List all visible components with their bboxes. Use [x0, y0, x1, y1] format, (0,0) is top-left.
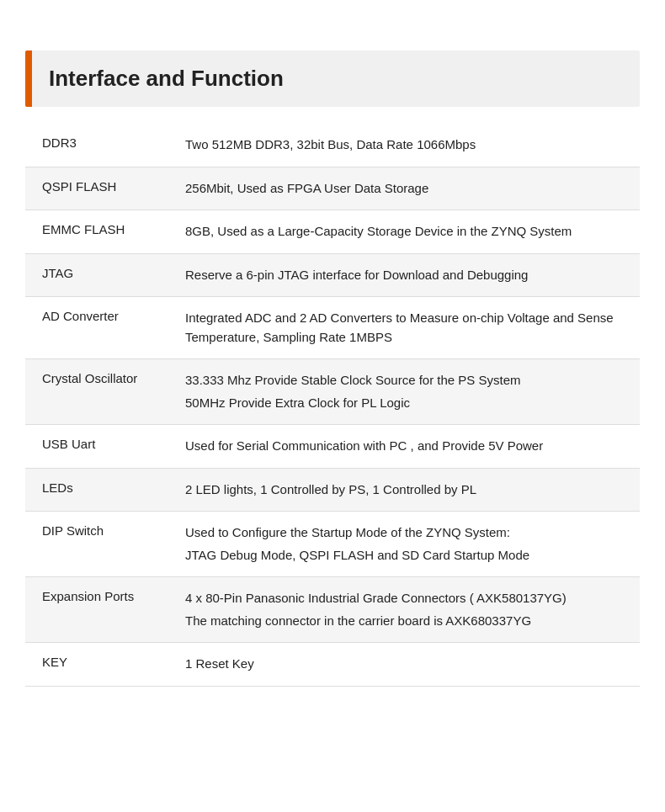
section-header: Interface and Function [25, 50, 640, 107]
row-value: Reserve a 6-pin JTAG interface for Downl… [177, 253, 640, 297]
row-value: 256Mbit, Used as FPGA User Data Storage [177, 167, 640, 210]
row-label: QSPI FLASH [25, 167, 177, 210]
row-value-line: Integrated ADC and 2 AD Converters to Me… [185, 309, 626, 347]
row-value-line: 1 Reset Key [185, 655, 626, 674]
row-label: KEY [25, 643, 177, 687]
row-value-line: 50MHz Provide Extra Clock for PL Logic [185, 394, 626, 413]
row-value: 1 Reset Key [177, 643, 640, 687]
row-label: Crystal Oscillator [25, 359, 177, 425]
table-row: AD ConverterIntegrated ADC and 2 AD Conv… [25, 297, 640, 359]
row-value-line: Two 512MB DDR3, 32bit Bus, Data Rate 106… [185, 135, 626, 155]
row-value-line: 33.333 Mhz Provide Stable Clock Source f… [185, 371, 626, 390]
row-value-line: Reserve a 6-pin JTAG interface for Downl… [185, 266, 626, 285]
row-label: USB Uart [25, 425, 177, 469]
row-value-line: The matching connector in the carrier bo… [185, 612, 626, 631]
table-row: DIP SwitchUsed to Configure the Startup … [25, 512, 640, 577]
table-row: Expansion Ports4 x 80-Pin Panasonic Indu… [25, 577, 640, 643]
table-row: Crystal Oscillator33.333 Mhz Provide Sta… [25, 359, 640, 425]
row-value: 4 x 80-Pin Panasonic Industrial Grade Co… [177, 577, 640, 643]
row-value-line: 2 LED lights, 1 Controlled by PS, 1 Cont… [185, 480, 626, 500]
row-value-line: 8GB, Used as a Large-Capacity Storage De… [185, 222, 626, 241]
row-value: 2 LED lights, 1 Controlled by PS, 1 Cont… [177, 468, 640, 512]
row-label: JTAG [25, 253, 177, 297]
row-value: Used to Configure the Startup Mode of th… [177, 512, 640, 577]
row-label: Expansion Ports [25, 577, 177, 643]
page-container: Interface and Function DDR3Two 512MB DDR… [0, 0, 665, 737]
interface-table: DDR3Two 512MB DDR3, 32bit Bus, Data Rate… [25, 124, 640, 687]
section-header-bar [25, 50, 32, 107]
row-label: LEDs [25, 468, 177, 512]
row-value-line: JTAG Debug Mode, QSPI FLASH and SD Card … [185, 546, 626, 565]
table-row: DDR3Two 512MB DDR3, 32bit Bus, Data Rate… [25, 124, 640, 167]
table-row: EMMC FLASH8GB, Used as a Large-Capacity … [25, 210, 640, 254]
row-value-line: Used for Serial Communication with PC , … [185, 437, 626, 456]
row-value: Used for Serial Communication with PC , … [177, 425, 640, 469]
row-value: Two 512MB DDR3, 32bit Bus, Data Rate 106… [177, 124, 640, 167]
row-value-line: Used to Configure the Startup Mode of th… [185, 523, 626, 543]
row-label: EMMC FLASH [25, 210, 177, 254]
table-row: QSPI FLASH256Mbit, Used as FPGA User Dat… [25, 167, 640, 210]
row-value: 8GB, Used as a Large-Capacity Storage De… [177, 210, 640, 254]
table-row: LEDs2 LED lights, 1 Controlled by PS, 1 … [25, 468, 640, 512]
row-label: AD Converter [25, 297, 177, 359]
row-label: DDR3 [25, 124, 177, 167]
table-row: USB UartUsed for Serial Communication wi… [25, 425, 640, 469]
row-value: Integrated ADC and 2 AD Converters to Me… [177, 297, 640, 359]
section-title: Interface and Function [32, 50, 301, 107]
table-row: KEY1 Reset Key [25, 643, 640, 687]
row-value-line: 256Mbit, Used as FPGA User Data Storage [185, 179, 626, 199]
row-label: DIP Switch [25, 512, 177, 577]
row-value-line: 4 x 80-Pin Panasonic Industrial Grade Co… [185, 589, 626, 608]
table-row: JTAGReserve a 6-pin JTAG interface for D… [25, 253, 640, 297]
row-value: 33.333 Mhz Provide Stable Clock Source f… [177, 359, 640, 425]
